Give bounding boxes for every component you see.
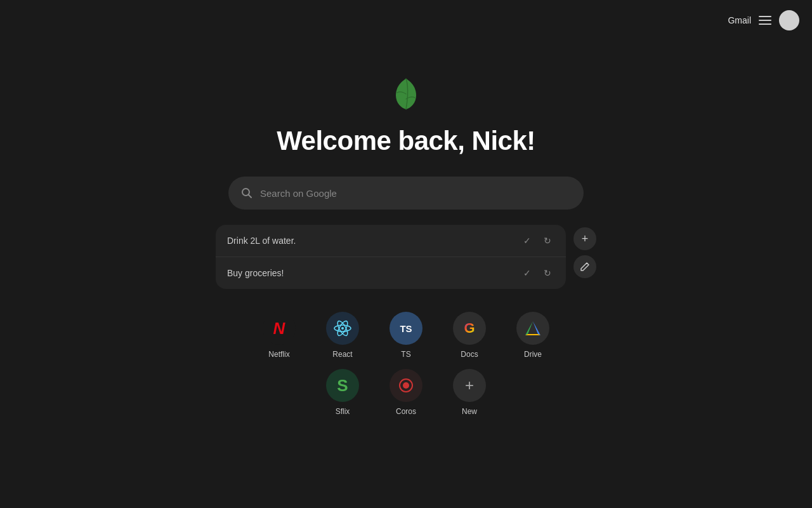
avatar[interactable] [779,10,799,30]
add-task-button[interactable]: + [573,227,596,250]
shortcut-label-docs: Docs [461,350,478,359]
edit-task-button[interactable] [573,255,596,278]
search-container [228,177,584,210]
svg-marker-7 [525,321,533,335]
shortcut-sflix[interactable]: S Sflix [317,369,368,416]
shortcut-drive[interactable]: Drive [508,312,558,359]
task-item-2: Buy groceries! ✓ ↻ [216,257,566,289]
shortcut-label-react: React [332,350,352,359]
search-bar[interactable] [228,177,584,210]
shortcut-ts[interactable]: TS TS [381,312,431,359]
tasks-container: Drink 2L of water. ✓ ↻ Buy groceries! ✓ … [216,225,566,289]
search-icon [241,187,252,199]
main-content: Welcome back, Nick! Drink 2L of water. ✓… [0,0,812,416]
menu-icon[interactable] [759,14,771,27]
netflix-icon: N [263,312,296,345]
task-item-1: Drink 2L of water. ✓ ↻ [216,225,566,257]
shortcut-label-new: New [462,407,477,416]
task-actions-2: ✓ ↻ [520,266,554,280]
react-icon [326,312,359,345]
task-refresh-1[interactable]: ↻ [540,234,554,248]
shortcut-label-coros: Coros [396,407,416,416]
shortcut-react[interactable]: React [317,312,368,359]
coros-icon [390,369,422,402]
react-atom-svg [333,319,352,338]
shortcuts-row-1: N Netflix React TS [254,312,558,359]
task-check-1[interactable]: ✓ [520,234,534,248]
shortcut-docs[interactable]: G Docs [444,312,495,359]
task-text-1: Drink 2L of water. [227,236,513,246]
new-icon: + [453,369,486,402]
shortcuts-grid: N Netflix React TS [254,312,558,416]
docs-icon: G [453,312,486,345]
edit-icon [580,262,590,272]
search-input[interactable] [260,188,571,199]
shortcut-coros[interactable]: Coros [381,369,431,416]
svg-marker-9 [525,334,540,335]
gmail-link[interactable]: Gmail [728,15,751,25]
welcome-title: Welcome back, Nick! [277,126,535,156]
coros-svg [398,377,414,394]
task-text-2: Buy groceries! [227,268,513,278]
shortcut-label-sflix: Sflix [336,407,350,416]
leaf-icon [391,76,421,114]
drive-triangle-svg [524,320,542,337]
svg-marker-8 [533,321,540,335]
task-side-buttons: + [573,225,596,278]
svg-point-11 [403,382,409,389]
task-refresh-2[interactable]: ↻ [540,266,554,280]
svg-point-5 [341,327,344,330]
sflix-icon: S [326,369,359,402]
shortcut-label-ts: TS [401,350,410,359]
drive-icon [516,312,549,345]
tasks-wrapper: Drink 2L of water. ✓ ↻ Buy groceries! ✓ … [216,225,596,289]
svg-line-1 [249,195,252,198]
ts-icon: TS [390,312,422,345]
top-bar: Gmail [715,0,812,41]
shortcut-netflix[interactable]: N Netflix [254,312,304,359]
shortcut-label-netflix: Netflix [268,350,289,359]
shortcuts-row-2: S Sflix Coros + New [317,369,495,416]
task-actions-1: ✓ ↻ [520,234,554,248]
shortcut-new[interactable]: + New [444,369,495,416]
task-check-2[interactable]: ✓ [520,266,534,280]
shortcut-label-drive: Drive [524,350,542,359]
